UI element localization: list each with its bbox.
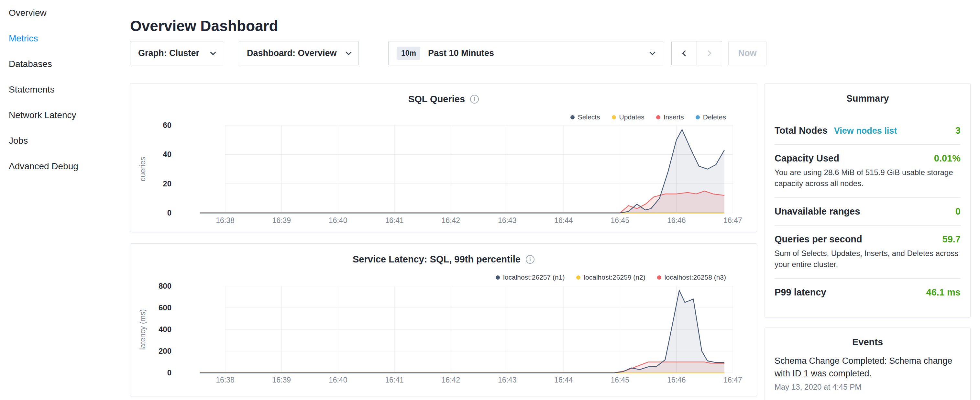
summary-stat-row: Total NodesView nodes list3 <box>775 125 961 136</box>
svg-text:400: 400 <box>159 325 172 334</box>
chart-plot-area: 020040060080016:3816:3916:4016:4116:4216… <box>130 244 757 396</box>
summary-stat-label-group: Queries per second <box>775 234 862 245</box>
chevron-down-icon <box>210 49 216 55</box>
svg-text:16:46: 16:46 <box>667 216 686 225</box>
summary-stat-label-group: Total NodesView nodes list <box>775 125 897 136</box>
svg-text:200: 200 <box>159 347 172 355</box>
summary-stat-value: 0 <box>955 206 961 217</box>
svg-text:16:46: 16:46 <box>667 376 686 384</box>
sidebar-item-statements[interactable]: Statements <box>0 77 116 102</box>
summary-stat-section: Unavailable ranges0 <box>775 198 961 226</box>
svg-text:16:38: 16:38 <box>216 216 235 225</box>
sidebar-nav: OverviewMetricsDatabasesStatementsNetwor… <box>0 0 116 179</box>
summary-stat-label-group: Unavailable ranges <box>775 206 860 217</box>
svg-text:16:41: 16:41 <box>385 376 404 384</box>
chart-canvas: 020040060080016:3816:3916:4016:4116:4216… <box>130 244 757 396</box>
dashboard-dropdown[interactable]: Dashboard: Overview <box>239 41 359 65</box>
chart-canvas: 020406016:3816:3916:4016:4116:4216:4316:… <box>130 83 757 232</box>
svg-text:16:42: 16:42 <box>442 376 460 384</box>
events-list: Schema Change Completed: Schema change w… <box>775 353 961 392</box>
svg-text:16:47: 16:47 <box>724 376 742 384</box>
summary-stat-section: Total NodesView nodes list3 <box>775 117 961 145</box>
page-title: Overview Dashboard <box>130 17 278 35</box>
summary-stat-label: Total Nodes <box>775 125 827 136</box>
chevron-down-icon <box>345 49 352 55</box>
svg-text:latency (ms): latency (ms) <box>138 309 147 349</box>
svg-text:40: 40 <box>163 150 172 159</box>
svg-text:16:41: 16:41 <box>385 216 404 225</box>
svg-text:16:47: 16:47 <box>724 216 742 225</box>
events-card: Events Schema Change Completed: Schema c… <box>765 328 970 400</box>
svg-text:16:45: 16:45 <box>611 376 630 384</box>
timespan-pager <box>671 41 722 65</box>
svg-text:0: 0 <box>167 209 172 217</box>
svg-text:16:39: 16:39 <box>272 216 291 225</box>
summary-stat-row: Unavailable ranges0 <box>775 206 961 217</box>
summary-stat-description: You are using 28.6 MiB of 515.9 GiB usab… <box>775 167 961 189</box>
events-title: Events <box>775 328 961 353</box>
svg-text:16:43: 16:43 <box>498 376 517 384</box>
summary-stat-label: Capacity Used <box>775 153 839 164</box>
now-button[interactable]: Now <box>728 41 767 65</box>
summary-stat-section: Queries per second59.7Sum of Selects, Up… <box>775 226 961 279</box>
summary-stat-label: P99 latency <box>775 287 826 298</box>
summary-stat-section: P99 latency46.1 ms <box>775 279 961 306</box>
summary-stat-value: 46.1 ms <box>926 287 961 298</box>
event-timestamp: May 13, 2020 at 4:45 PM <box>775 382 961 392</box>
summary-stat-row: Capacity Used0.01% <box>775 153 961 164</box>
summary-stat-label-group: P99 latency <box>775 287 826 298</box>
sql-queries-chart-card: SQL Queries i SelectsUpdatesInsertsDelet… <box>130 83 757 232</box>
svg-text:800: 800 <box>159 282 172 290</box>
event-item[interactable]: Schema Change Completed: Schema change w… <box>775 353 961 392</box>
sidebar-item-databases[interactable]: Databases <box>0 51 116 77</box>
sidebar-item-jobs[interactable]: Jobs <box>0 128 116 153</box>
sidebar-item-metrics[interactable]: Metrics <box>0 25 116 51</box>
time-range-badge: 10m <box>397 46 420 60</box>
summary-stat-row: Queries per second59.7 <box>775 234 961 245</box>
summary-stat-value: 0.01% <box>934 153 961 164</box>
dashboard-label: Dashboard: Overview <box>247 48 337 58</box>
svg-text:600: 600 <box>159 303 172 312</box>
chart-plot-area: 020406016:3816:3916:4016:4116:4216:4316:… <box>130 83 757 232</box>
next-timespan-button[interactable] <box>697 41 722 65</box>
summary-stats: Total NodesView nodes list3Capacity Used… <box>775 117 961 306</box>
summary-stat-label: Queries per second <box>775 234 862 245</box>
svg-text:0: 0 <box>167 368 172 377</box>
sidebar-item-network-latency[interactable]: Network Latency <box>0 102 116 128</box>
svg-text:16:42: 16:42 <box>442 216 460 225</box>
svg-text:queries: queries <box>138 157 147 181</box>
summary-stat-value: 59.7 <box>942 234 961 245</box>
chevron-down-icon <box>649 49 655 55</box>
summary-stat-label-group: Capacity Used <box>775 153 839 164</box>
service-latency-chart-card: Service Latency: SQL, 99th percentile i … <box>130 243 757 397</box>
sidebar-item-overview[interactable]: Overview <box>0 0 116 25</box>
summary-stat-description: Sum of Selects, Updates, Inserts, and De… <box>775 248 961 270</box>
summary-title: Summary <box>775 83 961 117</box>
summary-stat-row: P99 latency46.1 ms <box>775 287 961 298</box>
svg-text:20: 20 <box>163 179 172 188</box>
summary-card: Summary Total NodesView nodes list3Capac… <box>765 83 970 317</box>
graph-scope-dropdown[interactable]: Graph: Cluster <box>130 41 223 65</box>
svg-text:60: 60 <box>163 121 172 129</box>
chevron-left-icon <box>682 50 688 56</box>
svg-text:16:40: 16:40 <box>329 376 347 384</box>
graph-scope-label: Graph: Cluster <box>138 48 199 58</box>
svg-text:16:39: 16:39 <box>272 376 291 384</box>
summary-stat-label: Unavailable ranges <box>775 206 860 217</box>
svg-text:16:45: 16:45 <box>611 216 630 225</box>
summary-stat-value: 3 <box>955 125 961 136</box>
nodes-list-link[interactable]: View nodes list <box>834 126 897 136</box>
time-window-dropdown[interactable]: 10m Past 10 Minutes <box>388 41 663 65</box>
svg-text:16:44: 16:44 <box>554 376 573 384</box>
svg-text:16:44: 16:44 <box>554 216 573 225</box>
time-range-label: Past 10 Minutes <box>428 48 494 58</box>
svg-text:16:43: 16:43 <box>498 216 517 225</box>
svg-text:16:38: 16:38 <box>216 376 235 384</box>
previous-timespan-button[interactable] <box>671 41 697 65</box>
summary-stat-section: Capacity Used0.01%You are using 28.6 MiB… <box>775 145 961 198</box>
event-text: Schema Change Completed: Schema change w… <box>775 355 961 380</box>
chevron-right-icon <box>705 50 711 56</box>
sidebar-item-advanced-debug[interactable]: Advanced Debug <box>0 153 116 179</box>
svg-text:16:40: 16:40 <box>329 216 347 225</box>
